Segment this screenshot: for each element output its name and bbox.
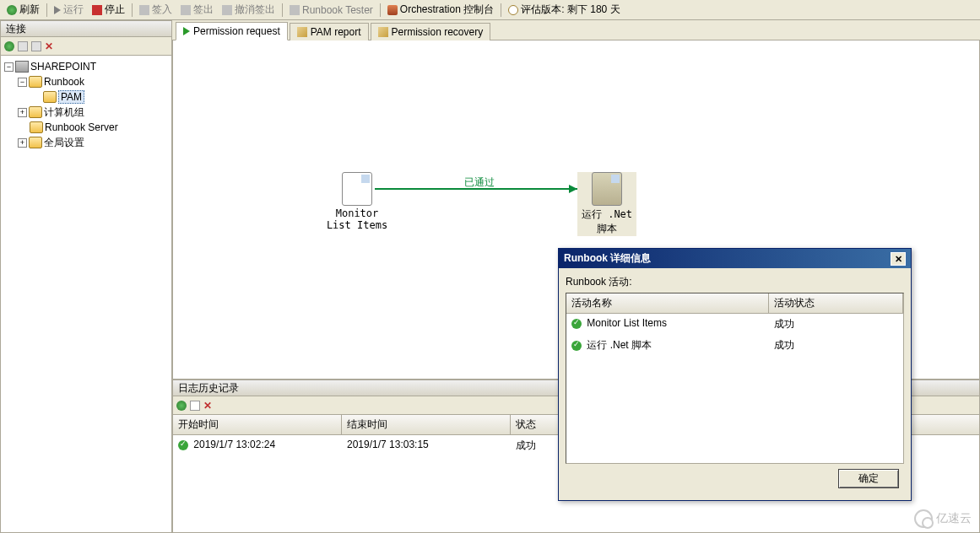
activity-label-1: 运行 .Net [577, 207, 636, 222]
orchestration-console-button[interactable]: Orchestration 控制台 [384, 2, 497, 19]
connections-tree[interactable]: − SHAREPOINT − Runbook PAM + 计算机组 Runboo… [0, 56, 172, 533]
tree-runbook-server[interactable]: Runbook Server [45, 121, 118, 133]
nav-icon[interactable] [18, 41, 28, 51]
watermark-text: 亿速云 [936, 511, 972, 526]
col-status[interactable]: 状态 [511, 415, 561, 434]
checkin-label: 签入 [152, 3, 172, 17]
delete-icon[interactable]: ✕ [45, 40, 53, 52]
dialog-section-label: Runbook 活动: [566, 275, 904, 289]
folder-icon [30, 121, 43, 133]
separator [132, 3, 133, 17]
separator [46, 3, 47, 17]
run-button[interactable]: 运行 [51, 2, 87, 19]
activity-name: 运行 .Net 脚本 [587, 339, 652, 351]
watermark-icon [914, 509, 933, 528]
console-icon [387, 5, 398, 15]
folder-icon [43, 91, 57, 103]
tree-pam-selected[interactable]: PAM [58, 90, 84, 104]
folder-icon [29, 106, 42, 118]
undo-icon [222, 5, 232, 15]
folder-icon [29, 76, 42, 88]
connections-title: 连接 [0, 20, 172, 37]
activity-row[interactable]: Monitor List Items 成功 [566, 314, 903, 335]
folder-icon [29, 137, 42, 148]
connections-mini-toolbar: ✕ [0, 37, 172, 56]
dialog-title-text: Runbook 详细信息 [564, 251, 651, 266]
col-activity-status[interactable]: 活动状态 [769, 293, 903, 313]
runbook-tabs: Permission request PAM report Permission… [172, 20, 980, 40]
success-icon [571, 319, 582, 329]
tree-runbook[interactable]: Runbook [44, 76, 84, 88]
success-icon [178, 440, 188, 450]
close-icon[interactable]: ✕ [891, 252, 906, 266]
stop-button[interactable]: 停止 [89, 2, 128, 19]
runbook-details-dialog: Runbook 详细信息 ✕ Runbook 活动: 活动名称 活动状态 Mon… [558, 248, 912, 501]
tree-global-settings[interactable]: 全局设置 [44, 136, 84, 150]
checkout-button[interactable]: 签出 [177, 2, 217, 19]
activity-label-2: 脚本 [577, 222, 636, 236]
connections-pane: 连接 ✕ − SHAREPOINT − Runbook PAM + [0, 20, 172, 533]
tester-label: Runbook Tester [302, 4, 373, 16]
checkin-button[interactable]: 签入 [136, 2, 176, 19]
tab-label: PAM report [311, 26, 361, 38]
play-icon [183, 27, 190, 35]
row-start: 2019/1/7 13:02:24 [193, 439, 275, 450]
delete-icon[interactable]: ✕ [203, 400, 212, 412]
run-label: 运行 [63, 3, 84, 17]
separator [501, 3, 501, 17]
tab-label: Permission request [193, 25, 280, 37]
activity-label-1: Monitor [323, 207, 391, 219]
document-icon [342, 172, 372, 206]
col-start-time[interactable]: 开始时间 [173, 415, 342, 434]
activity-monitor-list-items[interactable]: Monitor List Items [323, 172, 391, 231]
checkout-label: 签出 [193, 3, 214, 17]
server-icon [15, 61, 29, 73]
separator [282, 3, 283, 17]
tree-toggle[interactable]: − [18, 78, 27, 87]
row-end: 2019/1/7 13:03:15 [342, 437, 511, 455]
script-icon [592, 172, 622, 206]
col-activity-name[interactable]: 活动名称 [566, 293, 769, 313]
tab-pam-report[interactable]: PAM report [290, 23, 369, 40]
ok-button[interactable]: 确定 [838, 469, 899, 488]
refresh-label: 刷新 [19, 3, 40, 17]
checkout-icon [181, 5, 191, 15]
dialog-titlebar[interactable]: Runbook 详细信息 ✕ [559, 249, 911, 268]
stop-label: 停止 [105, 3, 125, 17]
activity-status: 成功 [769, 336, 799, 354]
tree-toggle[interactable]: − [4, 62, 14, 72]
tab-label: Permission recovery [392, 26, 484, 38]
row-status: 成功 [511, 437, 561, 455]
edit-icon [297, 27, 307, 37]
tab-permission-request[interactable]: Permission request [176, 22, 288, 40]
tree-root[interactable]: SHAREPOINT [30, 61, 96, 73]
tree-toggle[interactable]: + [18, 108, 27, 117]
undo-checkout-button[interactable]: 撤消签出 [219, 2, 279, 19]
col-end-time[interactable]: 结束时间 [342, 415, 511, 434]
activities-header: 活动名称 活动状态 [566, 293, 903, 314]
tree-toggle[interactable]: + [18, 138, 27, 148]
activity-row[interactable]: 运行 .Net 脚本 成功 [566, 335, 903, 356]
refresh-icon[interactable] [176, 401, 187, 411]
activity-run-dotnet-script[interactable]: 运行 .Net 脚本 [577, 172, 636, 236]
nav2-icon[interactable] [31, 41, 41, 51]
doc-icon[interactable] [190, 401, 200, 411]
link-label[interactable]: 已通过 [464, 175, 495, 190]
play-icon [54, 6, 61, 14]
stop-icon [92, 5, 102, 15]
tree-computer-groups[interactable]: 计算机组 [44, 105, 84, 120]
activity-status: 成功 [769, 315, 799, 333]
separator [380, 3, 381, 17]
refresh-icon [7, 5, 17, 15]
success-icon [571, 341, 582, 351]
eval-text: 评估版本: 剩下 180 天 [521, 3, 620, 17]
refresh-button[interactable]: 刷新 [3, 2, 43, 19]
main-toolbar: 刷新 运行 停止 签入 签出 撤消签出 Runbook Tester Orche… [0, 0, 980, 20]
undo-checkout-label: 撤消签出 [235, 3, 275, 17]
checkin-icon [139, 5, 149, 15]
refresh-icon[interactable] [4, 41, 14, 51]
tab-permission-recovery[interactable]: Permission recovery [371, 23, 491, 40]
runbook-tester-button[interactable]: Runbook Tester [286, 2, 376, 19]
clock-icon [508, 5, 518, 15]
activities-grid[interactable]: 活动名称 活动状态 Monitor List Items 成功 运行 .Net … [566, 293, 904, 464]
